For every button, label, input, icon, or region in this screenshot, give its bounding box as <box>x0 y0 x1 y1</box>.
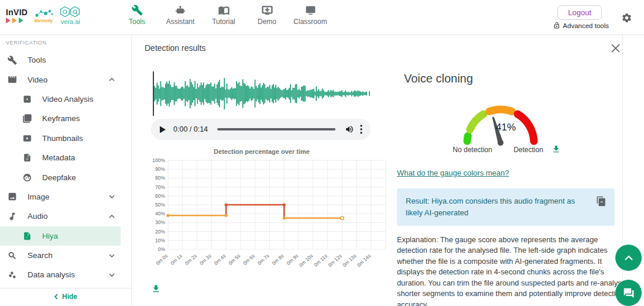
svg-text:0m 1s: 0m 1s <box>169 253 183 266</box>
kebab-menu-icon <box>360 125 362 134</box>
sidebar-item-audio[interactable]: Audio <box>0 207 131 226</box>
sidebar-item-label: Thumbnails <box>42 134 83 143</box>
svg-text:0m 4s: 0m 4s <box>213 253 227 266</box>
gauge-colors-link[interactable]: What do the gauge colors mean? <box>397 169 509 177</box>
chart-download-button[interactable] <box>151 283 163 294</box>
sidebar-item-label: Image <box>28 192 50 201</box>
svg-text:0m 9s: 0m 9s <box>286 253 300 266</box>
audio-file-icon <box>22 231 32 241</box>
sidebar-item-image[interactable]: Image <box>0 187 131 207</box>
gear-icon <box>621 12 632 23</box>
sidebar-item-video-analysis[interactable]: Video Analysis <box>0 90 131 109</box>
sidebar-item-label: Video Analysis <box>42 95 94 104</box>
svg-text:90%: 90% <box>155 166 165 172</box>
nav-assistant[interactable]: Assistant <box>163 5 197 26</box>
scatter-icon <box>7 270 18 280</box>
volume-icon <box>345 125 354 134</box>
sidebar-item-keyframes[interactable]: Keyframes <box>0 109 131 128</box>
vera-logo: vera.ai <box>59 6 81 25</box>
close-icon <box>611 44 620 53</box>
sidebar-item-label: Metadata <box>42 153 75 162</box>
svg-text:41%: 41% <box>496 122 516 133</box>
invid-logo-text: InVID <box>6 8 28 16</box>
svg-text:0m 14s: 0m 14s <box>356 253 372 268</box>
waveform-playhead <box>153 71 154 116</box>
nav-tutorial[interactable]: Tutorial <box>207 5 241 26</box>
chevron-up-icon <box>109 215 115 218</box>
video-analysis-icon <box>22 94 32 104</box>
vera-hexagons-icon <box>59 6 81 18</box>
sidebar-item-tools[interactable]: Tools <box>0 50 131 70</box>
explanation-text: Explanation: The gauge score above repre… <box>397 235 628 306</box>
logo-group[interactable]: InVID WeVerify ver <box>6 6 81 25</box>
nav-tutorial-label: Tutorial <box>212 18 235 26</box>
advanced-tools-toggle[interactable]: Advanced tools <box>553 22 609 29</box>
search-icon <box>7 250 18 261</box>
svg-text:0m 12s: 0m 12s <box>327 253 342 268</box>
logout-button[interactable]: Logout <box>557 5 602 20</box>
gauge-no-detection-label: No detection <box>440 146 505 154</box>
sidebar-item-metadata[interactable]: Metadata <box>0 148 131 167</box>
result-box: Result: Hiya.com considers this audio fr… <box>397 188 615 226</box>
audio-waveform[interactable] <box>152 71 372 116</box>
sidebar-item-video[interactable]: Video <box>0 70 131 89</box>
book-icon <box>218 5 229 16</box>
feedback-chat-button[interactable] <box>615 280 642 306</box>
svg-text:70%: 70% <box>155 184 165 190</box>
svg-text:60%: 60% <box>155 193 165 199</box>
demo-screen-icon <box>262 5 273 16</box>
play-button[interactable] <box>159 126 166 133</box>
svg-text:0m 3s: 0m 3s <box>198 253 213 266</box>
settings-button[interactable] <box>621 12 632 23</box>
sidebar-item-thumbnails[interactable]: Thumbnails <box>0 129 131 148</box>
invid-logo: InVID <box>6 8 28 23</box>
svg-text:0m 11s: 0m 11s <box>313 253 328 268</box>
weverify-logo: WeVerify <box>33 8 54 23</box>
sidebar-item-deepfake[interactable]: Deepfake <box>0 167 131 187</box>
music-note-icon <box>7 211 18 222</box>
sidebar-hide-label: Hide <box>62 293 77 301</box>
chevron-up-icon <box>109 78 115 81</box>
nav-demo[interactable]: Demo <box>250 5 284 26</box>
gauge-download-button[interactable] <box>551 144 562 154</box>
detection-chart: 0%10%20%30%40%50%60%70%80%90%100%0m 0s0m… <box>145 146 390 271</box>
nav-classroom[interactable]: Classroom <box>293 5 327 26</box>
sidebar-item-hiya[interactable]: Hiya <box>0 226 121 246</box>
chevron-down-icon <box>109 273 115 277</box>
sidebar-item-data-analysis[interactable]: Data analysis <box>0 265 131 284</box>
sidebar-item-label: Video <box>28 75 47 84</box>
svg-text:0m 10s: 0m 10s <box>298 253 314 268</box>
svg-text:0m 2s: 0m 2s <box>184 253 198 266</box>
volume-button[interactable] <box>345 125 354 134</box>
player-menu-button[interactable] <box>360 125 362 134</box>
copy-result-button[interactable] <box>596 195 608 207</box>
audio-player[interactable]: 0:00 / 0:14 <box>151 119 371 140</box>
wrench-icon <box>132 5 143 16</box>
result-text: Result: Hiya.com considers this audio fr… <box>406 197 575 217</box>
svg-text:0m 7s: 0m 7s <box>256 253 270 266</box>
sidebar: VERIFICATION Tools Video Video Analysis … <box>0 35 132 306</box>
sidebar-item-label: Keyframes <box>42 114 80 123</box>
svg-text:0m 13s: 0m 13s <box>341 253 357 268</box>
nav-tools[interactable]: Tools <box>120 5 154 26</box>
svg-text:0m 8s: 0m 8s <box>271 253 285 266</box>
keyframes-icon <box>22 114 32 124</box>
advanced-tools-label: Advanced tools <box>563 22 609 29</box>
scroll-top-button[interactable] <box>615 245 642 271</box>
sidebar-item-label: Data analysis <box>28 270 75 279</box>
svg-text:0%: 0% <box>158 246 166 252</box>
invid-triangles-icon <box>6 18 28 23</box>
robot-icon <box>174 5 186 16</box>
svg-text:10%: 10% <box>155 238 165 243</box>
image-icon <box>7 191 18 202</box>
svg-text:Detection percentage over time: Detection percentage over time <box>214 148 310 155</box>
svg-text:40%: 40% <box>155 211 165 216</box>
sidebar-hide-button[interactable]: Hide <box>0 288 131 305</box>
sidebar-item-label: Hiya <box>42 232 58 240</box>
chevron-down-icon <box>109 254 115 257</box>
sidebar-item-search[interactable]: Search <box>0 246 131 265</box>
svg-text:100%: 100% <box>152 157 165 163</box>
weverify-logo-text: WeVerify <box>33 19 54 23</box>
film-icon <box>7 74 18 85</box>
player-progress-bar[interactable] <box>217 128 335 130</box>
